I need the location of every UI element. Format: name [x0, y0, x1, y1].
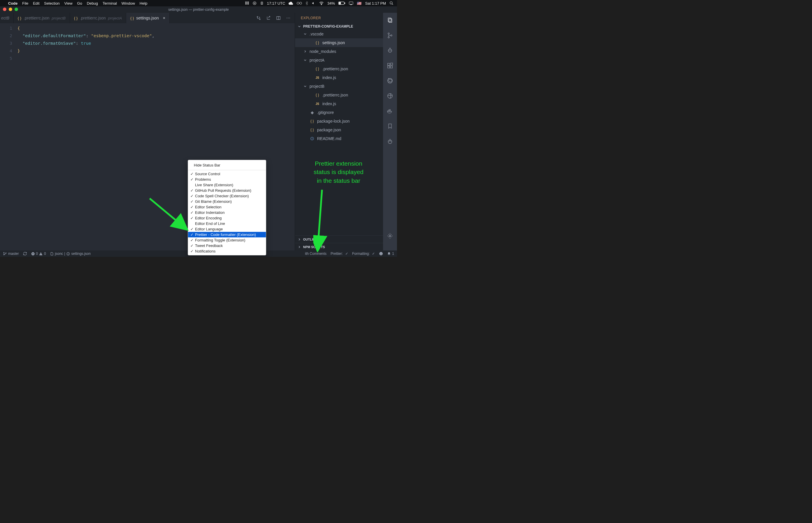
- menubar-item-selection[interactable]: Selection: [44, 1, 59, 5]
- code-content[interactable]: { "editor.defaultFormatter": "esbenp.pre…: [17, 23, 154, 250]
- checkmark-icon: ✓: [190, 172, 194, 176]
- context-menu-item-editor-indentation[interactable]: ✓Editor Indentation: [188, 210, 266, 215]
- tree-file-index-js[interactable]: JSindex.js: [295, 100, 383, 108]
- menubar-app-name[interactable]: Code: [8, 1, 18, 5]
- bluetooth-icon[interactable]: [305, 1, 308, 5]
- status-formatting[interactable]: Formatting:: [352, 252, 375, 256]
- activity-extensions-icon[interactable]: [386, 62, 394, 69]
- volume-icon[interactable]: [311, 1, 315, 5]
- window-maximize-button[interactable]: [15, 7, 18, 11]
- context-menu-title-item[interactable]: Hide Status Bar: [188, 161, 266, 169]
- svg-point-9: [321, 4, 322, 5]
- screen-mirror-icon[interactable]: [349, 1, 354, 5]
- context-menu-item-editor-encoding[interactable]: ✓Editor Encoding: [188, 215, 266, 221]
- menubar-item-go[interactable]: Go: [77, 1, 82, 5]
- cloud-icon[interactable]: [289, 1, 293, 5]
- menubar-time-utc[interactable]: 17:17 UTC: [267, 1, 285, 5]
- activity-docker-icon[interactable]: [386, 108, 394, 114]
- sidebar-section-outline[interactable]: OUTLINE: [295, 235, 383, 243]
- code-line[interactable]: {: [17, 24, 154, 32]
- flag-icon[interactable]: 🇺🇸: [357, 1, 362, 5]
- activity-source-control-icon[interactable]: [386, 32, 394, 39]
- status-problems[interactable]: 0 0: [31, 252, 46, 256]
- activity-bookmark-icon[interactable]: [386, 123, 394, 130]
- open-changes-icon[interactable]: [266, 16, 271, 20]
- window-titlebar: settings.json — prettier-config-example: [0, 6, 397, 13]
- menubar-item-window[interactable]: Window: [122, 1, 135, 5]
- tree-folder--vscode[interactable]: .vscode: [295, 30, 383, 38]
- status-prettier[interactable]: Prettier:: [331, 252, 348, 256]
- tree-file--prettierrc-json[interactable]: { }.prettierrc.json: [295, 91, 383, 100]
- context-menu-item-github-pull-requests-extension-[interactable]: ✓GitHub Pull Requests (Extension): [188, 188, 266, 193]
- code-line[interactable]: "editor.formatOnSave": true: [17, 39, 154, 47]
- menubar-clock[interactable]: Sat 1:17 PM: [365, 1, 386, 5]
- status-language-mode[interactable]: ith Comments: [305, 252, 327, 256]
- tree-file-package-json[interactable]: { }package.json: [295, 126, 383, 134]
- tab-settings-json[interactable]: { } settings.json ×: [126, 13, 169, 23]
- sidebar-section-npm-scripts[interactable]: NPM SCRIPTS: [295, 243, 383, 250]
- tree-root[interactable]: PRETTIER-CONFIG-EXAMPLE: [295, 23, 383, 30]
- activity-explorer-icon[interactable]: [386, 17, 394, 24]
- git-compare-icon[interactable]: [256, 16, 261, 20]
- code-line[interactable]: "editor.defaultFormatter": "esbenp.prett…: [17, 32, 154, 39]
- tree-file--prettierrc-json[interactable]: { }.prettierrc.json: [295, 65, 383, 73]
- menubar-battery-pct[interactable]: 34%: [327, 1, 335, 5]
- context-menu-item-tweet-feedback[interactable]: ✓Tweet Feedback: [188, 243, 266, 249]
- menubar-item-debug[interactable]: Debug: [87, 1, 98, 5]
- wifi-icon[interactable]: [319, 1, 324, 5]
- status-feedback-icon[interactable]: [379, 252, 383, 256]
- context-menu-item-editor-end-of-line[interactable]: Editor End of Line: [188, 221, 266, 226]
- activity-liveshare-icon[interactable]: [386, 92, 394, 100]
- menubar-item-view[interactable]: View: [64, 1, 72, 5]
- battery-icon[interactable]: [338, 1, 345, 5]
- menubar-item-help[interactable]: Help: [140, 1, 147, 5]
- context-menu-item-prettier-code-formatter-extension-[interactable]: ✓Prettier - Code formatter (Extension): [188, 232, 266, 237]
- target-icon[interactable]: [253, 1, 257, 5]
- more-actions-icon[interactable]: [286, 16, 291, 20]
- menubar-item-file[interactable]: File: [22, 1, 29, 5]
- tree-file--gitignore[interactable]: ◆.gitignore: [295, 108, 383, 117]
- context-menu-item-live-share-extension-[interactable]: Live Share (Extension): [188, 182, 266, 188]
- svg-point-14: [390, 2, 392, 4]
- context-menu-item-code-spell-checker-extension-[interactable]: ✓Code Spell Checker (Extension): [188, 193, 266, 199]
- context-menu-item-notifications[interactable]: ✓Notifications: [188, 249, 266, 254]
- activity-debug-icon[interactable]: [386, 47, 394, 54]
- tab-overflow-indicator[interactable]: ectB: [0, 13, 14, 23]
- context-menu-item-problems[interactable]: ✓Problems: [188, 177, 266, 182]
- status-git-branch[interactable]: master: [3, 252, 19, 256]
- spotlight-icon[interactable]: [390, 1, 394, 5]
- activity-settings-icon[interactable]: [386, 232, 394, 239]
- tab-prettierrc-projecta[interactable]: { } .prettierrc.json projectA: [70, 13, 126, 23]
- tree-folder-projecta[interactable]: projectA: [295, 56, 383, 65]
- context-menu-item-editor-language[interactable]: ✓Editor Language: [188, 226, 266, 232]
- dropbox-icon[interactable]: [245, 1, 249, 5]
- tab-prettierrc-projectb[interactable]: { } .prettierrc.json projectB: [14, 13, 70, 23]
- tree-file-readme-md[interactable]: README.md: [295, 134, 383, 143]
- context-menu-item-label: Tweet Feedback: [195, 244, 223, 248]
- context-menu-item-editor-selection[interactable]: ✓Editor Selection: [188, 204, 266, 210]
- window-minimize-button[interactable]: [9, 7, 12, 11]
- activity-github-icon[interactable]: [386, 77, 394, 84]
- context-menu-item-formatting-toggle-extension-[interactable]: ✓Formatting Toggle (Extension): [188, 237, 266, 243]
- code-line[interactable]: }: [17, 47, 154, 55]
- code-line[interactable]: [17, 55, 154, 62]
- glasses-icon[interactable]: [297, 2, 302, 5]
- status-file-info[interactable]: jsonc | settings.json: [50, 252, 91, 256]
- tree-file-package-lock-json[interactable]: { }package-lock.json: [295, 117, 383, 126]
- line-number: 1: [0, 24, 12, 32]
- status-sync-icon[interactable]: [23, 252, 27, 256]
- tree-folder-node-modules[interactable]: node_modules: [295, 47, 383, 56]
- tree-file-index-js[interactable]: JSindex.js: [295, 73, 383, 82]
- context-menu-item-source-control[interactable]: ✓Source Control: [188, 171, 266, 177]
- clipboard-icon[interactable]: [260, 1, 264, 5]
- window-close-button[interactable]: [3, 7, 6, 11]
- tab-close-icon[interactable]: ×: [163, 16, 165, 20]
- context-menu-item-git-blame-extension-[interactable]: ✓Git Blame (Extension): [188, 199, 266, 204]
- activity-project-icon[interactable]: [386, 138, 394, 145]
- tree-folder-projectb[interactable]: projectB: [295, 82, 383, 91]
- status-notifications[interactable]: 1: [387, 252, 394, 256]
- menubar-item-edit[interactable]: Edit: [33, 1, 39, 5]
- split-editor-icon[interactable]: [276, 16, 281, 20]
- tree-file-settings-json[interactable]: { }settings.json: [295, 38, 383, 47]
- menubar-item-terminal[interactable]: Terminal: [103, 1, 117, 5]
